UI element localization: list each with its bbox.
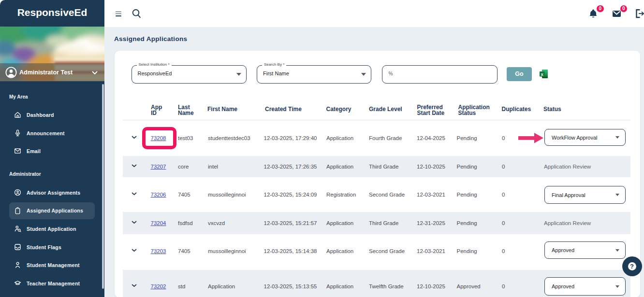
svg-text:x: x	[541, 71, 544, 77]
